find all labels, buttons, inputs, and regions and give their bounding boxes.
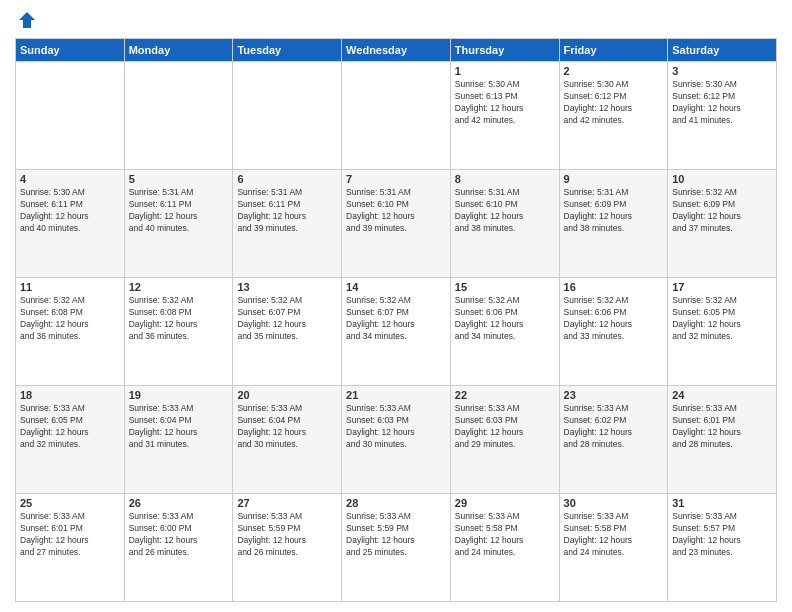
day-info: Sunrise: 5:33 AM Sunset: 6:01 PM Dayligh…	[20, 511, 120, 559]
calendar-cell: 22Sunrise: 5:33 AM Sunset: 6:03 PM Dayli…	[450, 386, 559, 494]
calendar-cell: 19Sunrise: 5:33 AM Sunset: 6:04 PM Dayli…	[124, 386, 233, 494]
day-info: Sunrise: 5:33 AM Sunset: 6:03 PM Dayligh…	[346, 403, 446, 451]
day-number: 25	[20, 497, 120, 509]
day-number: 31	[672, 497, 772, 509]
calendar-header-row: SundayMondayTuesdayWednesdayThursdayFrid…	[16, 39, 777, 62]
page: SundayMondayTuesdayWednesdayThursdayFrid…	[0, 0, 792, 612]
day-number: 17	[672, 281, 772, 293]
day-info: Sunrise: 5:30 AM Sunset: 6:13 PM Dayligh…	[455, 79, 555, 127]
calendar-table: SundayMondayTuesdayWednesdayThursdayFrid…	[15, 38, 777, 602]
day-number: 9	[564, 173, 664, 185]
day-number: 29	[455, 497, 555, 509]
day-number: 20	[237, 389, 337, 401]
weekday-header: Monday	[124, 39, 233, 62]
day-info: Sunrise: 5:33 AM Sunset: 5:59 PM Dayligh…	[237, 511, 337, 559]
calendar-cell: 5Sunrise: 5:31 AM Sunset: 6:11 PM Daylig…	[124, 170, 233, 278]
calendar-cell: 18Sunrise: 5:33 AM Sunset: 6:05 PM Dayli…	[16, 386, 125, 494]
weekday-header: Saturday	[668, 39, 777, 62]
day-number: 1	[455, 65, 555, 77]
day-number: 7	[346, 173, 446, 185]
day-number: 6	[237, 173, 337, 185]
day-info: Sunrise: 5:31 AM Sunset: 6:10 PM Dayligh…	[346, 187, 446, 235]
calendar-cell: 20Sunrise: 5:33 AM Sunset: 6:04 PM Dayli…	[233, 386, 342, 494]
calendar-cell	[16, 62, 125, 170]
calendar-cell: 17Sunrise: 5:32 AM Sunset: 6:05 PM Dayli…	[668, 278, 777, 386]
day-number: 27	[237, 497, 337, 509]
calendar-cell: 30Sunrise: 5:33 AM Sunset: 5:58 PM Dayli…	[559, 494, 668, 602]
day-info: Sunrise: 5:32 AM Sunset: 6:08 PM Dayligh…	[20, 295, 120, 343]
day-info: Sunrise: 5:33 AM Sunset: 6:03 PM Dayligh…	[455, 403, 555, 451]
calendar-cell: 25Sunrise: 5:33 AM Sunset: 6:01 PM Dayli…	[16, 494, 125, 602]
calendar-cell	[233, 62, 342, 170]
day-number: 4	[20, 173, 120, 185]
day-info: Sunrise: 5:31 AM Sunset: 6:09 PM Dayligh…	[564, 187, 664, 235]
day-number: 28	[346, 497, 446, 509]
calendar-cell: 21Sunrise: 5:33 AM Sunset: 6:03 PM Dayli…	[342, 386, 451, 494]
day-info: Sunrise: 5:33 AM Sunset: 6:05 PM Dayligh…	[20, 403, 120, 451]
calendar-cell: 4Sunrise: 5:30 AM Sunset: 6:11 PM Daylig…	[16, 170, 125, 278]
weekday-header: Sunday	[16, 39, 125, 62]
day-number: 10	[672, 173, 772, 185]
calendar-cell: 8Sunrise: 5:31 AM Sunset: 6:10 PM Daylig…	[450, 170, 559, 278]
calendar-week-row: 11Sunrise: 5:32 AM Sunset: 6:08 PM Dayli…	[16, 278, 777, 386]
calendar-cell: 16Sunrise: 5:32 AM Sunset: 6:06 PM Dayli…	[559, 278, 668, 386]
day-info: Sunrise: 5:33 AM Sunset: 5:58 PM Dayligh…	[455, 511, 555, 559]
day-number: 15	[455, 281, 555, 293]
calendar-cell	[342, 62, 451, 170]
day-number: 21	[346, 389, 446, 401]
day-info: Sunrise: 5:33 AM Sunset: 5:57 PM Dayligh…	[672, 511, 772, 559]
calendar-week-row: 18Sunrise: 5:33 AM Sunset: 6:05 PM Dayli…	[16, 386, 777, 494]
day-number: 12	[129, 281, 229, 293]
day-info: Sunrise: 5:30 AM Sunset: 6:12 PM Dayligh…	[672, 79, 772, 127]
logo	[15, 10, 37, 30]
day-number: 26	[129, 497, 229, 509]
logo-icon	[17, 10, 37, 30]
day-info: Sunrise: 5:32 AM Sunset: 6:06 PM Dayligh…	[564, 295, 664, 343]
calendar-cell: 3Sunrise: 5:30 AM Sunset: 6:12 PM Daylig…	[668, 62, 777, 170]
day-info: Sunrise: 5:33 AM Sunset: 6:04 PM Dayligh…	[237, 403, 337, 451]
calendar-cell: 15Sunrise: 5:32 AM Sunset: 6:06 PM Dayli…	[450, 278, 559, 386]
weekday-header: Thursday	[450, 39, 559, 62]
calendar-cell: 29Sunrise: 5:33 AM Sunset: 5:58 PM Dayli…	[450, 494, 559, 602]
day-number: 14	[346, 281, 446, 293]
calendar-cell: 28Sunrise: 5:33 AM Sunset: 5:59 PM Dayli…	[342, 494, 451, 602]
day-number: 24	[672, 389, 772, 401]
svg-marker-0	[19, 12, 35, 28]
calendar-week-row: 4Sunrise: 5:30 AM Sunset: 6:11 PM Daylig…	[16, 170, 777, 278]
calendar-cell: 9Sunrise: 5:31 AM Sunset: 6:09 PM Daylig…	[559, 170, 668, 278]
calendar-cell: 24Sunrise: 5:33 AM Sunset: 6:01 PM Dayli…	[668, 386, 777, 494]
day-info: Sunrise: 5:31 AM Sunset: 6:11 PM Dayligh…	[129, 187, 229, 235]
weekday-header: Wednesday	[342, 39, 451, 62]
day-info: Sunrise: 5:32 AM Sunset: 6:08 PM Dayligh…	[129, 295, 229, 343]
day-info: Sunrise: 5:33 AM Sunset: 5:58 PM Dayligh…	[564, 511, 664, 559]
day-number: 5	[129, 173, 229, 185]
day-info: Sunrise: 5:33 AM Sunset: 6:04 PM Dayligh…	[129, 403, 229, 451]
calendar-cell: 10Sunrise: 5:32 AM Sunset: 6:09 PM Dayli…	[668, 170, 777, 278]
calendar-cell	[124, 62, 233, 170]
day-number: 18	[20, 389, 120, 401]
day-number: 3	[672, 65, 772, 77]
calendar-cell: 7Sunrise: 5:31 AM Sunset: 6:10 PM Daylig…	[342, 170, 451, 278]
day-number: 23	[564, 389, 664, 401]
calendar-cell: 27Sunrise: 5:33 AM Sunset: 5:59 PM Dayli…	[233, 494, 342, 602]
logo-text	[15, 10, 37, 30]
calendar-cell: 2Sunrise: 5:30 AM Sunset: 6:12 PM Daylig…	[559, 62, 668, 170]
day-info: Sunrise: 5:32 AM Sunset: 6:06 PM Dayligh…	[455, 295, 555, 343]
day-info: Sunrise: 5:32 AM Sunset: 6:09 PM Dayligh…	[672, 187, 772, 235]
day-info: Sunrise: 5:33 AM Sunset: 6:02 PM Dayligh…	[564, 403, 664, 451]
weekday-header: Tuesday	[233, 39, 342, 62]
day-number: 8	[455, 173, 555, 185]
calendar-cell: 14Sunrise: 5:32 AM Sunset: 6:07 PM Dayli…	[342, 278, 451, 386]
calendar-cell: 13Sunrise: 5:32 AM Sunset: 6:07 PM Dayli…	[233, 278, 342, 386]
weekday-header: Friday	[559, 39, 668, 62]
day-number: 22	[455, 389, 555, 401]
day-number: 19	[129, 389, 229, 401]
calendar-cell: 31Sunrise: 5:33 AM Sunset: 5:57 PM Dayli…	[668, 494, 777, 602]
calendar-week-row: 25Sunrise: 5:33 AM Sunset: 6:01 PM Dayli…	[16, 494, 777, 602]
day-number: 2	[564, 65, 664, 77]
header	[15, 10, 777, 30]
calendar-cell: 26Sunrise: 5:33 AM Sunset: 6:00 PM Dayli…	[124, 494, 233, 602]
day-info: Sunrise: 5:32 AM Sunset: 6:07 PM Dayligh…	[237, 295, 337, 343]
day-info: Sunrise: 5:30 AM Sunset: 6:12 PM Dayligh…	[564, 79, 664, 127]
day-number: 30	[564, 497, 664, 509]
